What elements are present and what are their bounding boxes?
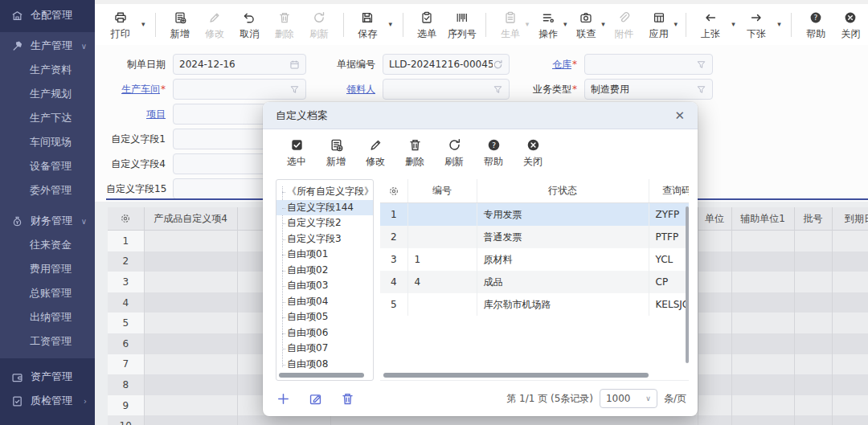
dialog-table-row[interactable]: 1 专用发票 ZYFP	[380, 203, 689, 227]
dialog-col-header[interactable]: 编号	[407, 179, 477, 203]
toolbar-button-operate[interactable]: 操作	[530, 10, 565, 41]
filter-icon[interactable]	[289, 84, 300, 95]
sidebar-item-asset-mgmt[interactable]: 资产管理	[0, 365, 95, 389]
sidebar-item-shopfloor[interactable]: 车间现场	[0, 130, 95, 154]
tree-item[interactable]: 自由项07	[276, 341, 373, 357]
toolbar-button-apply[interactable]: 应用	[641, 10, 676, 41]
grid-col-header[interactable]: 到期日期	[832, 207, 868, 231]
dialog-vertical-scrollbar[interactable]	[686, 206, 689, 363]
toolbar-button-modify[interactable]: 修改	[197, 10, 231, 41]
dialog-button-refresh[interactable]: 刷新	[444, 138, 464, 169]
toolbar-button-generate-order[interactable]: 生单	[493, 10, 527, 41]
delete-row-trash-icon[interactable]	[341, 392, 354, 406]
gear-icon[interactable]	[388, 186, 399, 197]
tree-item[interactable]: 自由项05	[276, 309, 373, 325]
dialog-button-modify[interactable]: 修改	[366, 138, 385, 169]
grid-col-header[interactable]: 单位	[698, 207, 731, 231]
sidebar-item-outsourcing-mgmt[interactable]: 委外管理	[0, 178, 95, 202]
operate-caret-icon[interactable]: ▾	[562, 10, 569, 39]
toolbar-button-linked-query[interactable]: 联查	[569, 10, 604, 41]
filter-icon[interactable]	[696, 59, 706, 70]
toolbar-button-print[interactable]: 打印	[103, 10, 137, 41]
doc-no-field[interactable]: LLD-20241216-00045	[383, 54, 510, 75]
sidebar-item-equipment-mgmt[interactable]: 设备管理	[0, 154, 95, 178]
grid-col-header[interactable]: 批号	[794, 207, 832, 231]
workshop-field[interactable]	[173, 79, 306, 100]
toolbar-button-select-order[interactable]: 选单	[410, 10, 444, 41]
toolbar-button-previous-doc[interactable]: 上张	[693, 10, 727, 41]
tree-item[interactable]: 自由项02	[276, 263, 373, 279]
sidebar-item-ar-ap-funds[interactable]: 往来资金	[0, 233, 95, 257]
grid-col-header[interactable]: 产成品自定义项4	[144, 207, 237, 231]
dialog-table-row[interactable]: 2 普通发票 PTFP	[380, 226, 689, 248]
tree-item[interactable]: 自定义字段2	[276, 215, 373, 231]
dialog-grid-settings-header[interactable]	[380, 179, 407, 203]
page-size-select[interactable]: 1000 ∨	[600, 389, 657, 408]
dialog-button-select[interactable]: 选中	[287, 138, 306, 169]
sidebar-item-quality-mgmt[interactable]: 质检管理 ›	[0, 389, 95, 413]
tree-item[interactable]: 自由项03	[276, 278, 373, 294]
toolbar-button-refresh[interactable]: 刷新	[301, 10, 336, 41]
dialog-table-row[interactable]: 4 4 成品 CP	[380, 271, 689, 293]
print-dropdown-caret-icon[interactable]: ▾	[137, 10, 149, 39]
tree-horizontal-scrollbar[interactable]	[279, 373, 364, 378]
picker-field[interactable]	[383, 79, 510, 100]
dialog-button-close[interactable]: 关闭	[523, 138, 542, 169]
tree-item[interactable]: 自由项08	[276, 357, 373, 373]
dialog-table-row[interactable]: 3 1 原材料 YCL	[380, 248, 689, 271]
sidebar-item-production-release[interactable]: 生产下达	[0, 106, 95, 130]
toolbar-button-delete[interactable]: 删除	[267, 10, 301, 41]
toolbar-button-cancel[interactable]: 取消	[232, 10, 267, 41]
warehouse-field[interactable]	[584, 54, 713, 75]
toolbar-button-attachment[interactable]: 附件	[607, 10, 641, 41]
generate-order-caret-icon[interactable]: ▾	[524, 10, 531, 39]
tree-item[interactable]: 自由项01	[276, 247, 373, 263]
dialog-col-header[interactable]: 行状态	[477, 179, 649, 203]
sidebar-item-production-mgmt[interactable]: 生产管理 ∨	[0, 34, 95, 58]
grid-col-header[interactable]: 辅助单位1	[731, 207, 794, 231]
apply-caret-icon[interactable]: ▾	[672, 10, 679, 39]
tree-item[interactable]: 《所有自定义字段》	[276, 184, 373, 200]
toolbar-button-close[interactable]: 关闭	[833, 10, 868, 41]
sidebar-item-finance-mgmt[interactable]: 财务管理 ∨	[0, 209, 95, 233]
toolbar-button-add[interactable]: 新增	[162, 10, 197, 41]
add-row-plus-icon[interactable]	[276, 392, 290, 406]
doc-date-field[interactable]: 2024-12-16	[173, 54, 306, 75]
biz-type-field[interactable]: 制造费用	[584, 79, 713, 100]
toolbar-button-help[interactable]: 帮助	[798, 10, 833, 41]
sidebar-item-general-ledger[interactable]: 总账管理	[0, 281, 95, 305]
sidebar-item-production-planning[interactable]: 生产规划	[0, 82, 95, 106]
tree-item[interactable]: 自由项04	[276, 294, 373, 310]
dialog-button-help[interactable]: 帮助	[484, 138, 503, 169]
filter-icon[interactable]	[493, 84, 503, 95]
sidebar-item-warehouse-mgmt[interactable]: 仓配管理	[0, 3, 95, 27]
sidebar-item-cashier-mgmt[interactable]: 出纳管理	[0, 305, 95, 329]
filter-icon[interactable]	[696, 84, 706, 95]
tree-item[interactable]: 自由项06	[276, 325, 373, 341]
toolbar-button-save[interactable]: 保存	[350, 10, 385, 41]
sidebar-item-payroll-mgmt[interactable]: 工资管理	[0, 329, 95, 353]
dialog-table-row[interactable]: 5 库尔勒市机场路 KELSJCL	[380, 293, 689, 316]
dialog-button-delete[interactable]: 删除	[405, 138, 424, 169]
gear-icon[interactable]	[120, 213, 131, 224]
toolbar-button-serial-number[interactable]: 序列号	[444, 10, 479, 41]
sidebar-item-expense-mgmt[interactable]: 费用管理	[0, 257, 95, 281]
dialog-col-header[interactable]: 查询码	[649, 179, 689, 203]
next-doc-caret-icon[interactable]: ▾	[774, 10, 785, 39]
dialog-button-add[interactable]: 新增	[326, 138, 346, 169]
save-dropdown-caret-icon[interactable]: ▾	[385, 10, 396, 39]
linked-query-caret-icon[interactable]: ▾	[600, 10, 607, 39]
toolbar-button-next-doc[interactable]: 下张	[739, 10, 773, 41]
calendar-icon[interactable]	[289, 59, 300, 70]
previous-doc-caret-icon[interactable]: ▾	[728, 10, 739, 39]
refresh-icon[interactable]	[493, 59, 503, 70]
grid-settings-header[interactable]	[108, 207, 144, 231]
sidebar-item-production-data[interactable]: 生产资料	[0, 58, 95, 82]
tree-item-selected[interactable]: 自定义字段144	[276, 200, 373, 216]
tree-item[interactable]: 自定义字段3	[276, 231, 373, 247]
dialog-titlebar[interactable]: 自定义档案 ✕	[263, 102, 698, 129]
dialog-close-icon[interactable]: ✕	[674, 108, 685, 123]
edit-row-icon[interactable]	[309, 392, 322, 406]
dialog-horizontal-scrollbar[interactable]	[383, 373, 649, 378]
table-row[interactable]: 10	[108, 415, 868, 425]
